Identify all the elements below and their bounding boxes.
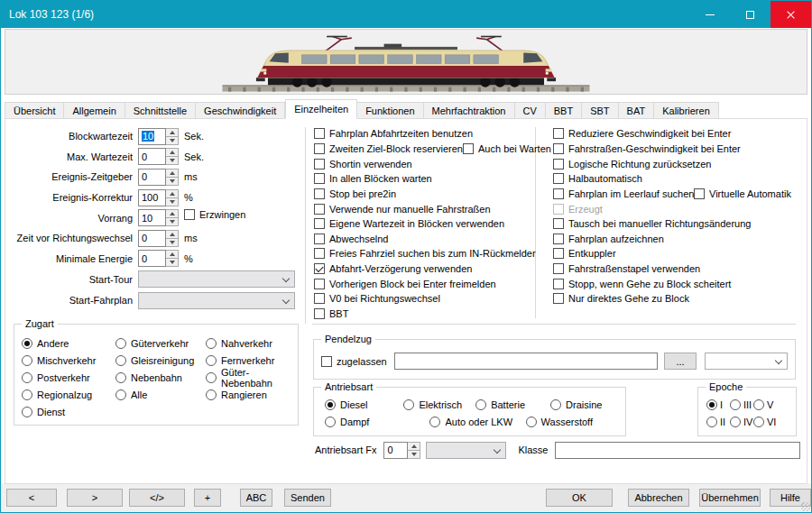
checkbox-fahrstra-en-geschwindigkeit-bei-enter[interactable]: Fahrstraßen-Geschwindigkeit bei Enter (553, 142, 751, 157)
spin-up-icon[interactable] (408, 443, 420, 450)
tab-allgemein[interactable]: Allgemein (64, 102, 125, 119)
spin-down-icon[interactable] (166, 197, 178, 206)
tab-kalibrieren[interactable]: Kalibrieren (654, 102, 719, 119)
ereignis-korrektur-spinner[interactable]: 100 (138, 189, 179, 206)
checkbox-box[interactable] (314, 159, 325, 169)
radio-nahverkehr[interactable]: Nahverkehr (206, 335, 298, 353)
tab-bat[interactable]: BAT (619, 102, 655, 119)
maximize-button[interactable] (730, 1, 770, 28)
spin-value-box[interactable]: 0 (138, 169, 166, 186)
radio-epoche-iii[interactable]: III (730, 399, 753, 410)
spin-up-icon[interactable] (166, 251, 178, 258)
spinner-buttons[interactable] (166, 209, 179, 226)
footer-button-senden[interactable]: Senden (284, 489, 331, 507)
spin-down-icon[interactable] (408, 450, 420, 458)
pendelzug-zugelassen-checkbox[interactable] (321, 356, 332, 367)
minimize-button[interactable] (689, 1, 730, 28)
antriebsart-fx-spinner[interactable]: 0 (383, 442, 420, 459)
checkbox-box[interactable] (314, 218, 325, 229)
blockwartezeit-spinner[interactable]: 10 (138, 128, 179, 145)
spin-down-icon[interactable] (166, 258, 178, 266)
tab-bbt[interactable]: BBT (546, 102, 582, 119)
checkbox-box[interactable] (184, 209, 195, 220)
radio-postverkehr[interactable]: Postverkehr (22, 370, 96, 387)
checkbox-v0-bei-richtungswechsel[interactable]: V0 bei Richtungswechsel (314, 291, 536, 307)
checkbox-box[interactable] (314, 248, 325, 259)
checkbox-box[interactable] (314, 279, 325, 289)
checkbox-logische-richtung-zur-cksetzen[interactable]: Logische Richtung zurücksetzen (553, 156, 751, 171)
checkbox-erzwingen[interactable]: Erzwingen (184, 209, 245, 220)
spinner-buttons[interactable] (408, 442, 420, 459)
checkbox-box[interactable] (553, 263, 564, 274)
checkbox-abwechselnd[interactable]: Abwechselnd (314, 231, 536, 246)
spinner-buttons[interactable] (166, 148, 179, 165)
radio-epoche-vi[interactable]: VI (753, 417, 777, 427)
spinner-buttons[interactable] (166, 128, 179, 145)
zeit-vor-richtungswechsel-spinner[interactable]: 0 (138, 230, 179, 247)
max-wartezeit-spinner[interactable]: 0 (138, 148, 179, 165)
checkbox-vorherigen-block-bei-enter-freimelden[interactable]: Vorherigen Block bei Enter freimelden (314, 276, 536, 291)
radio-mischverkehr[interactable]: Mischverkehr (22, 353, 96, 370)
checkbox-stopp-wenn-gehe-zu-block-scheitert[interactable]: Stopp, wenn Gehe zu Block scheitert (553, 276, 751, 291)
footer-button-[interactable]: > (67, 489, 123, 507)
checkbox-box[interactable] (314, 234, 325, 244)
checkbox-shortin-verwenden[interactable]: Shortin verwenden (314, 156, 536, 171)
radio-dienst[interactable]: Dienst (22, 403, 96, 420)
tab-schnittstelle[interactable]: Schnittstelle (125, 102, 196, 119)
spinner-buttons[interactable] (166, 230, 179, 247)
spin-up-icon[interactable] (166, 129, 178, 136)
checkbox-box[interactable] (314, 188, 325, 199)
checkbox-entkuppler[interactable]: Entkuppler (553, 246, 751, 261)
footer-button-ok[interactable]: OK (546, 489, 613, 507)
spin-down-icon[interactable] (166, 238, 178, 246)
footer-button-abbrechen[interactable]: Abbrechen (628, 489, 689, 507)
ereignis-zeitgeber-spinner[interactable]: 0 (138, 169, 179, 186)
pendelzug-browse-button[interactable]: ... (664, 353, 697, 370)
checkbox-stop-bei-pre2in[interactable]: Stop bei pre2in (314, 187, 536, 202)
checkbox-freies-fahrziel-suchen-bis-zum-in-r-ckmelder[interactable]: Freies Fahrziel suchen bis zum IN-Rückme… (314, 246, 536, 261)
radio-g-terverkehr[interactable]: Güterverkehr (115, 335, 194, 353)
pendelzug-combobox[interactable] (705, 353, 788, 370)
checkbox-box[interactable] (314, 173, 325, 184)
radio-wasserstoff[interactable]: Wasserstoff (526, 417, 625, 427)
checkbox-box[interactable] (694, 188, 705, 199)
radio-elektrisch[interactable]: Elektrisch (403, 399, 475, 410)
radio-gleisreinigung[interactable]: Gleisreinigung (115, 353, 194, 370)
checkbox-reduziere-geschwindigkeit-bei-enter[interactable]: Reduziere Geschwindigkeit bei Enter (553, 126, 751, 142)
radio-epoche-v[interactable]: V (753, 399, 777, 410)
checkbox-fahrplan-aufzeichnen[interactable]: Fahrplan aufzeichnen (553, 231, 751, 246)
start-tour-combobox[interactable] (138, 270, 295, 288)
checkbox-box[interactable] (553, 159, 564, 169)
spinner-buttons[interactable] (166, 250, 179, 267)
footer-button-[interactable]: < (6, 489, 57, 507)
checkbox-box[interactable] (553, 279, 564, 289)
footer-button-bernehmen[interactable]: Übernehmen (699, 489, 761, 507)
checkbox-box[interactable] (553, 218, 564, 229)
footer-button-[interactable]: </> (129, 489, 185, 507)
radio-alle[interactable]: Alle (115, 386, 194, 403)
radio-regionalzug[interactable]: Regionalzug (22, 386, 96, 403)
checkbox-zweiten-ziel-block-reservieren[interactable]: Zweiten Ziel-Block reservieren.Auch bei … (314, 142, 536, 157)
spin-down-icon[interactable] (166, 177, 178, 185)
antriebsart-fx-combobox[interactable] (426, 442, 506, 459)
checkbox-box[interactable] (553, 234, 564, 244)
radio-draisine[interactable]: Draisine (550, 399, 625, 410)
checkbox-nur-direktes-gehe-zu-block[interactable]: Nur direktes Gehe zu Block (553, 291, 751, 307)
vorrang-spinner[interactable]: 10 (138, 209, 179, 226)
spin-value-box[interactable]: 10 (138, 209, 166, 226)
checkbox-virtuelle-automatik[interactable]: Virtuelle Automatik (694, 188, 791, 199)
spin-up-icon[interactable] (166, 169, 178, 177)
radio-batterie[interactable]: Batterie (475, 399, 550, 410)
checkbox-halbautomatisch[interactable]: Halbautomatisch (553, 171, 751, 187)
spin-value-box[interactable]: 0 (138, 250, 166, 267)
checkbox-box[interactable] (553, 188, 564, 199)
start-fahrplan-combobox[interactable] (138, 292, 295, 309)
resize-grip[interactable] (801, 502, 810, 511)
checkbox-fahrplan-im-leerlauf-suchen[interactable]: Fahrplan im Leerlauf suchenVirtuelle Aut… (553, 187, 751, 202)
radio-rangieren[interactable]: Rangieren (206, 386, 298, 403)
checkbox-abfahrt-verz-gerung-verwenden[interactable]: Abfahrt-Verzögerung verwenden (314, 261, 536, 277)
spin-up-icon[interactable] (166, 190, 178, 197)
spinner-buttons[interactable] (166, 189, 179, 206)
radio-epoche-iv[interactable]: IV (730, 417, 753, 427)
spin-up-icon[interactable] (166, 210, 178, 217)
